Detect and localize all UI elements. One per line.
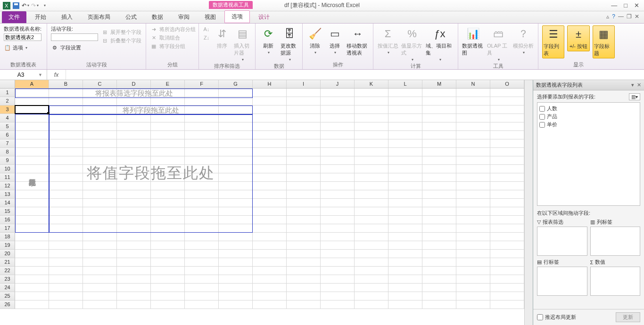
cell[interactable]: [287, 97, 321, 105]
row-header[interactable]: 15: [0, 207, 15, 216]
row-header[interactable]: 21: [0, 258, 15, 267]
field-headers-toggle[interactable]: ▦字段标题: [593, 25, 615, 58]
cell[interactable]: [287, 224, 321, 232]
cell[interactable]: [15, 156, 49, 164]
cell[interactable]: [490, 97, 524, 105]
cell[interactable]: [151, 89, 185, 97]
workbook-close-icon[interactable]: ✕: [635, 13, 639, 20]
cell[interactable]: [253, 97, 287, 105]
column-header[interactable]: J: [321, 80, 355, 88]
cell[interactable]: [321, 131, 355, 139]
cell[interactable]: [321, 275, 355, 283]
field-checkbox[interactable]: [539, 106, 545, 112]
cell[interactable]: [456, 250, 490, 258]
cell[interactable]: [117, 139, 151, 147]
cell[interactable]: [83, 182, 117, 190]
cell[interactable]: [83, 267, 117, 275]
cell[interactable]: [185, 267, 219, 275]
cell[interactable]: [355, 114, 388, 122]
cell[interactable]: [151, 284, 185, 292]
cell[interactable]: [456, 233, 490, 241]
qat-customize-icon[interactable]: ▾: [41, 2, 48, 9]
field-checkbox[interactable]: [539, 114, 545, 120]
cell[interactable]: [287, 241, 321, 249]
cell[interactable]: [219, 275, 253, 283]
defer-layout-checkbox[interactable]: 推迟布局更新: [537, 314, 576, 321]
cell[interactable]: [117, 182, 151, 190]
cell[interactable]: [117, 284, 151, 292]
cell[interactable]: [219, 233, 253, 241]
cell[interactable]: [185, 114, 219, 122]
cell[interactable]: [253, 122, 287, 130]
cell[interactable]: [219, 173, 253, 181]
cell[interactable]: [287, 216, 321, 224]
cell[interactable]: [49, 292, 83, 300]
cell[interactable]: [422, 199, 456, 207]
cell[interactable]: [388, 250, 422, 258]
cell[interactable]: [185, 165, 219, 173]
cells-grid[interactable]: 将报表筛选字段拖至此处 将列字段拖至此处 将行字段拖至此处 将值字段拖至此处: [15, 89, 524, 309]
cell[interactable]: [15, 275, 49, 283]
row-header[interactable]: 13: [0, 190, 15, 199]
cell[interactable]: [388, 156, 422, 164]
cell[interactable]: [117, 97, 151, 105]
cell[interactable]: [15, 292, 49, 300]
cell[interactable]: [83, 165, 117, 173]
row-header[interactable]: 17: [0, 224, 15, 233]
cell[interactable]: [388, 182, 422, 190]
column-header[interactable]: A: [15, 80, 49, 88]
cell[interactable]: [456, 275, 490, 283]
pane-close-icon[interactable]: ✕: [637, 82, 641, 88]
cell[interactable]: [422, 97, 456, 105]
column-header[interactable]: G: [219, 80, 253, 88]
pivotchart-button[interactable]: 📊数据透视图: [462, 25, 484, 57]
cell[interactable]: [490, 190, 524, 198]
cell[interactable]: [253, 156, 287, 164]
cell[interactable]: [185, 139, 219, 147]
cell[interactable]: [185, 148, 219, 156]
pane-dropdown-icon[interactable]: ▾: [631, 82, 634, 88]
cell[interactable]: [490, 139, 524, 147]
columns-dropzone[interactable]: [590, 227, 641, 256]
cell[interactable]: [355, 250, 388, 258]
tab-data[interactable]: 数据: [145, 11, 170, 23]
cell[interactable]: [83, 114, 117, 122]
ribbon-minimize-icon[interactable]: ▵: [606, 13, 609, 20]
cell[interactable]: [321, 114, 355, 122]
cell[interactable]: [422, 122, 456, 130]
cell[interactable]: [117, 165, 151, 173]
cell[interactable]: [49, 233, 83, 241]
cell[interactable]: [422, 190, 456, 198]
cell[interactable]: [422, 216, 456, 224]
cell[interactable]: [151, 267, 185, 275]
column-header[interactable]: K: [355, 80, 388, 88]
cell[interactable]: [117, 131, 151, 139]
cell[interactable]: [456, 284, 490, 292]
cell[interactable]: [117, 224, 151, 232]
cell[interactable]: [456, 267, 490, 275]
cell[interactable]: [490, 148, 524, 156]
cell[interactable]: [15, 139, 49, 147]
cell[interactable]: [185, 190, 219, 198]
tab-page-layout[interactable]: 页面布局: [81, 11, 117, 23]
cell[interactable]: [219, 131, 253, 139]
cell[interactable]: [355, 106, 388, 114]
cell[interactable]: [83, 284, 117, 292]
cell[interactable]: [287, 173, 321, 181]
name-box-dropdown-icon[interactable]: ▼: [38, 73, 42, 77]
cell[interactable]: [83, 89, 117, 97]
cell[interactable]: [253, 173, 287, 181]
cell[interactable]: [422, 131, 456, 139]
cell[interactable]: [253, 106, 287, 114]
cell[interactable]: [287, 190, 321, 198]
cell[interactable]: [490, 173, 524, 181]
cell[interactable]: [456, 89, 490, 97]
cell[interactable]: [287, 275, 321, 283]
cell[interactable]: [185, 131, 219, 139]
cell[interactable]: [456, 106, 490, 114]
cell[interactable]: [388, 224, 422, 232]
cell[interactable]: [388, 190, 422, 198]
cell[interactable]: [83, 156, 117, 164]
cell[interactable]: [355, 173, 388, 181]
cell[interactable]: [422, 292, 456, 300]
